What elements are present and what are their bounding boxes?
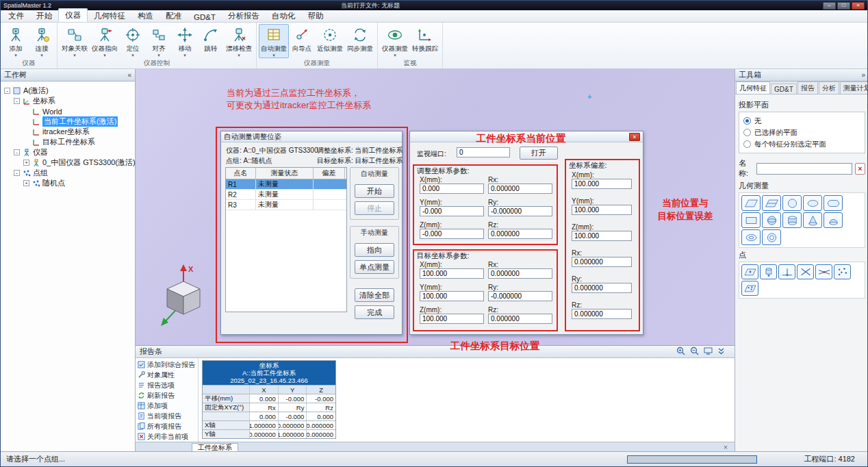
- adjust-x-input[interactable]: [420, 184, 484, 194]
- tree-node-itracker-cs[interactable]: - itracker坐标系: [2, 127, 133, 137]
- expander-icon[interactable]: -: [14, 98, 20, 104]
- ribbon-approx-measure-button[interactable]: 近似测量: [315, 24, 345, 54]
- all-items-report-button[interactable]: 所有项报告: [136, 421, 197, 431]
- radio-selected-plane[interactable]: 已选择的平面: [743, 127, 860, 138]
- ribbon-add-button[interactable]: 添加 ▾: [3, 24, 29, 58]
- adjust-rz-input[interactable]: [488, 229, 552, 239]
- tree-node-current-wcs[interactable]: - 当前工件坐标系(激活): [2, 116, 133, 127]
- viewport-3d[interactable]: + 自动测量调整位姿 仪器: A::0_中国仪器 GTS3300 调整坐标系: …: [136, 69, 735, 345]
- tree-node-gts3300[interactable]: + 0_中国仪器 GTS3300(激活): [2, 157, 133, 168]
- menu-construct[interactable]: 构造: [131, 10, 159, 22]
- target-ry-input[interactable]: [488, 291, 552, 301]
- collapse-report-icon[interactable]: [717, 347, 725, 357]
- cone-icon[interactable]: [803, 212, 822, 228]
- position-dialog-titlebar[interactable]: ×: [410, 131, 643, 142]
- ribbon-object-link-button[interactable]: 对象关联 ▾: [60, 24, 90, 58]
- expander-icon[interactable]: -: [14, 149, 20, 155]
- minimize-icon[interactable]: –: [823, 2, 836, 10]
- maximize-icon[interactable]: □: [837, 2, 850, 10]
- radio-per-feature-plane[interactable]: 每个特征分别选定平面: [743, 138, 860, 150]
- menu-file[interactable]: 文件: [2, 10, 30, 22]
- deviation-ry-input[interactable]: [572, 283, 632, 293]
- slot-icon[interactable]: [824, 195, 843, 211]
- perpendicular-point-icon[interactable]: [778, 264, 795, 279]
- cylinder-point-icon[interactable]: [760, 264, 777, 279]
- adjust-z-input[interactable]: [420, 229, 484, 239]
- deviation-z-input[interactable]: [572, 231, 632, 241]
- object-properties-button[interactable]: 对象属性: [136, 370, 197, 380]
- close-icon[interactable]: ×: [852, 2, 865, 10]
- tree-node-random-points[interactable]: + 随机点: [2, 178, 133, 188]
- point-to-button[interactable]: 指向: [355, 243, 394, 257]
- report-options-button[interactable]: 报告选项: [136, 380, 197, 390]
- expand-panel-icon[interactable]: »: [861, 71, 865, 79]
- bounded-plane-icon[interactable]: [762, 195, 781, 211]
- display-mode-icon[interactable]: [704, 346, 713, 357]
- ribbon-drift-check-button[interactable]: 漂移检查 ▾: [224, 24, 254, 58]
- radio-none[interactable]: 无: [743, 115, 860, 127]
- adjust-y-input[interactable]: [420, 206, 484, 216]
- collapse-panel-icon[interactable]: «: [127, 71, 131, 79]
- table-row[interactable]: R3 未测量: [226, 200, 346, 210]
- ribbon-jump-button[interactable]: 跳转: [198, 24, 224, 54]
- expander-icon[interactable]: -: [4, 88, 10, 94]
- target-x-input[interactable]: [420, 268, 484, 279]
- pose-dialog-titlebar[interactable]: 自动测量调整位姿: [221, 131, 402, 142]
- deviation-y-input[interactable]: [572, 205, 632, 215]
- ribbon-move-button[interactable]: 移动 ▾: [172, 24, 198, 58]
- ribbon-locate-button[interactable]: 定位 ▾: [120, 24, 146, 58]
- intersection-point-icon[interactable]: [815, 264, 832, 279]
- menu-analysis-report[interactable]: 分析报告: [222, 10, 266, 22]
- deviation-x-input[interactable]: [572, 179, 632, 189]
- clear-name-icon[interactable]: ×: [855, 163, 865, 175]
- single-point-measure-button[interactable]: 单点测量: [355, 260, 394, 274]
- sphere-icon[interactable]: [762, 212, 781, 228]
- ribbon-guide-point-button[interactable]: 向导点: [289, 24, 315, 54]
- adjust-rx-input[interactable]: [488, 184, 552, 194]
- close-doc-icon[interactable]: ×: [721, 444, 730, 451]
- dialog-close-icon[interactable]: ×: [629, 133, 640, 141]
- tab-report[interactable]: 报告: [797, 81, 818, 94]
- menu-registration[interactable]: 配准: [159, 10, 188, 22]
- menu-instrument[interactable]: 仪器: [58, 8, 88, 22]
- menu-help[interactable]: 帮助: [301, 10, 329, 22]
- menu-start[interactable]: 开始: [30, 10, 58, 22]
- point-on-plane-icon[interactable]: [741, 264, 758, 279]
- refresh-report-button[interactable]: 刷新报告: [136, 390, 197, 401]
- start-button[interactable]: 开始: [355, 184, 394, 198]
- current-item-report-button[interactable]: 当前项报告: [136, 411, 197, 421]
- plane-icon[interactable]: [741, 195, 761, 211]
- expander-icon[interactable]: +: [23, 180, 29, 186]
- points-on-plane-icon[interactable]: [741, 281, 758, 296]
- expander-icon[interactable]: +: [23, 160, 29, 166]
- rectangle-icon[interactable]: [741, 212, 761, 228]
- done-button[interactable]: 完成: [355, 305, 394, 319]
- tab-measure-plan[interactable]: 测量计划: [840, 81, 868, 94]
- tree-node-coordinate-systems[interactable]: - 坐标系: [2, 96, 133, 106]
- open-port-button[interactable]: 打开: [520, 147, 558, 160]
- cylinder-icon[interactable]: [782, 212, 802, 228]
- view-cube[interactable]: X: [155, 262, 212, 329]
- cross-point-icon[interactable]: [797, 264, 814, 279]
- dome-icon[interactable]: [824, 212, 843, 228]
- measure-points-table[interactable]: 点名 测量状态 偏差 R1 未测量 R2 未测量: [225, 167, 347, 312]
- adjust-ry-input[interactable]: [488, 206, 552, 216]
- zoom-in-icon[interactable]: [676, 346, 685, 357]
- tab-analysis[interactable]: 分析: [819, 81, 839, 94]
- tree-node-world[interactable]: - World: [2, 106, 133, 116]
- tab-geometry-features[interactable]: 几何特征: [736, 81, 770, 94]
- menu-gdt[interactable]: GD&T: [188, 12, 222, 22]
- ellipse-icon[interactable]: [803, 195, 822, 211]
- monitor-port-input[interactable]: [457, 147, 510, 157]
- deviation-rx-input[interactable]: [572, 257, 632, 267]
- table-row[interactable]: R1 未测量: [226, 179, 346, 190]
- stop-button[interactable]: 停止: [355, 201, 394, 215]
- target-y-input[interactable]: [420, 291, 484, 301]
- ribbon-align-button[interactable]: 对齐 ▾: [146, 24, 172, 58]
- deviation-rz-input[interactable]: [572, 309, 632, 319]
- add-item-button[interactable]: 添加项: [136, 401, 197, 411]
- feature-name-input[interactable]: [756, 163, 852, 175]
- expander-icon[interactable]: -: [14, 170, 20, 176]
- ribbon-transform-track-button[interactable]: 转换跟踪: [410, 24, 440, 54]
- tree-node-instruments[interactable]: - 仪器: [2, 147, 133, 157]
